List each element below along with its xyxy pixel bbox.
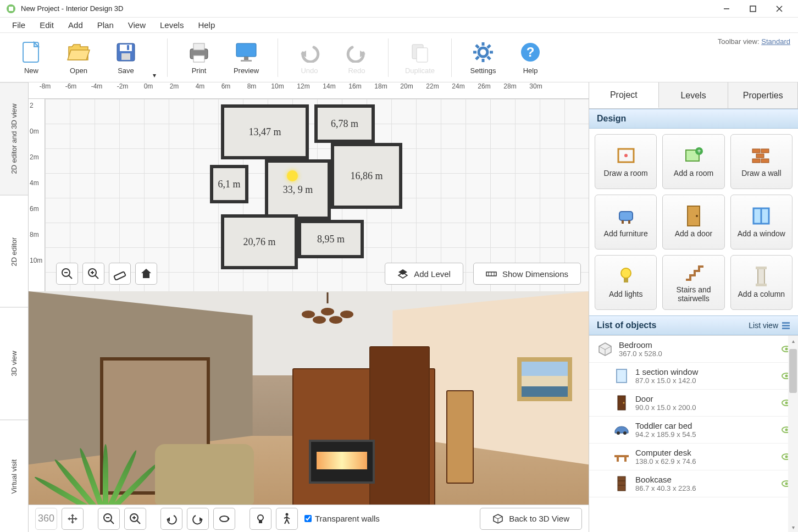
object-name: Door	[635, 394, 776, 403]
right-panel: Project Levels Properties Design Draw a …	[589, 82, 798, 532]
rotate-right-button[interactable]	[187, 508, 209, 530]
add-column-icon	[751, 267, 771, 286]
design-section-header: Design	[589, 109, 798, 129]
add-level-button[interactable]: Add Level	[385, 263, 463, 285]
object-list-item[interactable]: Bedroom367.0 x 528.0	[589, 336, 798, 363]
walk-button[interactable]	[276, 508, 298, 530]
render-zoom-in-button[interactable]	[124, 508, 146, 530]
rotate-left-button[interactable]	[160, 508, 182, 530]
toolbar: New Open Save ▾ Print Preview Undo Redo …	[0, 33, 798, 82]
tab-properties[interactable]: Properties	[728, 82, 798, 108]
menu-levels[interactable]: Levels	[153, 18, 190, 32]
tab-levels[interactable]: Levels	[659, 82, 729, 108]
object-list-item[interactable]: 1 section window87.0 x 15.0 x 142.0	[589, 363, 798, 390]
undo-button[interactable]: Undo	[288, 36, 331, 79]
scroll-thumb[interactable]	[789, 349, 797, 393]
window-title: New Project - Interior Design 3D	[21, 4, 123, 13]
preview-button[interactable]: Preview	[225, 36, 268, 79]
design-draw-wall-button[interactable]: Draw a wall	[730, 134, 793, 189]
transparent-walls-checkbox[interactable]: Transparent walls	[304, 514, 380, 523]
design-grid: Draw a room+Add a roomDraw a wallAdd fur…	[589, 129, 798, 315]
plan-canvas[interactable]: 13,47 m 6,78 m 33, 9 m 16,86 m 6,1 m 20,…	[45, 99, 589, 291]
ruler-tick: -8m	[45, 82, 57, 90]
desk-icon	[613, 448, 630, 465]
design-stairs-button[interactable]: Stairs and stairwells	[662, 255, 724, 310]
redo-icon	[345, 40, 369, 64]
list-view-toggle[interactable]: List view	[749, 321, 790, 330]
render-furniture	[446, 390, 474, 484]
pan-button[interactable]	[62, 508, 84, 530]
home-button[interactable]	[135, 263, 157, 285]
menu-help[interactable]: Help	[191, 18, 221, 32]
duplicate-button[interactable]: Duplicate	[398, 36, 441, 79]
object-list-item[interactable]: Computer desk138.0 x 62.9 x 74.6	[589, 444, 798, 470]
vtab-3d-view[interactable]: 3D view	[0, 307, 28, 420]
design-draw-room-button[interactable]: Draw a room	[595, 134, 657, 189]
ruler-tick: 16m	[355, 82, 368, 90]
open-button[interactable]: Open	[57, 36, 100, 79]
back-to-3d-button[interactable]: Back to 3D View	[480, 508, 582, 530]
svg-point-115	[785, 456, 788, 458]
menu-plan[interactable]: Plan	[91, 18, 120, 32]
redo-button[interactable]: Redo	[335, 36, 378, 79]
scroll-up-arrow[interactable]: ▴	[788, 336, 798, 346]
object-dimensions: 86.7 x 40.3 x 223.6	[635, 484, 776, 492]
vtab-2d-editor[interactable]: 2D editor	[0, 195, 28, 308]
room-label: 20,76 m	[221, 214, 298, 269]
scroll-down-arrow[interactable]: ▾	[788, 522, 798, 532]
settings-button[interactable]: Settings	[462, 36, 505, 79]
close-button[interactable]	[766, 0, 793, 18]
scrollbar-vertical[interactable]: ▴ ▾	[788, 336, 798, 532]
design-add-column-button[interactable]: Add a column	[730, 255, 793, 310]
floorplan: 13,47 m 6,78 m 33, 9 m 16,86 m 6,1 m 20,…	[210, 104, 408, 275]
printer-icon	[187, 40, 211, 64]
rotate-orbit-button[interactable]	[213, 508, 235, 530]
menu-view[interactable]: View	[121, 18, 152, 32]
svg-rect-17	[241, 60, 252, 62]
stairs-icon	[684, 262, 703, 282]
zoom-out-button[interactable]	[56, 263, 78, 285]
toolbar-view-link[interactable]: Standard	[761, 37, 790, 46]
vtab-virtual-visit[interactable]: Virtual visit	[0, 420, 28, 533]
object-list-item[interactable]: Toddler car bed94.2 x 185.9 x 54.5	[589, 417, 798, 444]
svg-point-67	[286, 513, 289, 516]
help-icon: ?	[518, 40, 542, 64]
design-add-door-button[interactable]: Add a door	[662, 195, 724, 250]
maximize-button[interactable]	[740, 0, 766, 18]
render-zoom-out-button[interactable]	[98, 508, 120, 530]
design-add-room-button[interactable]: +Add a room	[662, 134, 724, 189]
design-add-furniture-button[interactable]: Add furniture	[595, 195, 657, 250]
menu-add[interactable]: Add	[62, 18, 90, 32]
new-button[interactable]: New	[10, 36, 53, 79]
show-dimensions-button[interactable]: Show Dimensions	[473, 263, 581, 285]
ruler-tick: 8m	[30, 231, 39, 239]
measure-button[interactable]	[109, 263, 131, 285]
menu-edit[interactable]: Edit	[33, 18, 60, 32]
zoom-in-button[interactable]	[82, 263, 104, 285]
object-list-item[interactable]: Bookcase86.7 x 40.3 x 223.6	[589, 470, 798, 497]
room-label: 6,1 m	[210, 165, 248, 203]
ruler-vertical: 20m2m4m6m8m10m	[29, 99, 45, 291]
transparent-walls-check-input[interactable]	[304, 515, 312, 522]
draw-room-icon	[616, 146, 636, 165]
save-button[interactable]: Save	[104, 36, 147, 79]
minimize-button[interactable]	[713, 0, 740, 18]
tab-project[interactable]: Project	[589, 82, 659, 108]
ruler-tick: 10m	[278, 82, 290, 90]
draw-wall-icon	[751, 146, 771, 165]
svg-rect-81	[761, 159, 769, 163]
menu-file[interactable]: File	[5, 18, 32, 32]
light-button[interactable]	[250, 508, 271, 530]
360-button[interactable]: 360	[35, 508, 57, 530]
object-list-item[interactable]: Door90.0 x 15.0 x 200.0	[589, 390, 798, 417]
ruler-tick: 0m	[148, 82, 158, 90]
vtab-combined[interactable]: 2D editor and 3D view	[0, 82, 28, 195]
render-3d-view[interactable]: 360 Transparent walls Back to 3D	[29, 291, 589, 532]
save-dropdown-arrow[interactable]: ▾	[149, 71, 159, 79]
editor-area: -8m-6m-4m-2m0m2m4m6m8m10m12m14m16m18m20m…	[29, 82, 589, 532]
print-button[interactable]: Print	[178, 36, 220, 79]
help-button[interactable]: ?Help	[509, 36, 552, 79]
floppy-icon	[114, 40, 138, 64]
design-add-window-button[interactable]: Add a window	[730, 195, 793, 250]
design-add-lights-button[interactable]: Add lights	[595, 255, 657, 310]
